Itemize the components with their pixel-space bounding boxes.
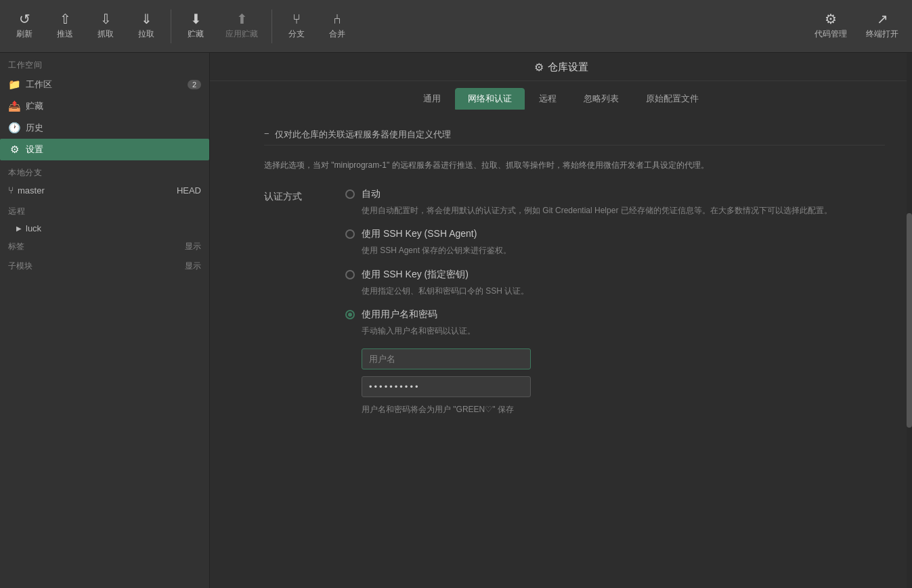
repo-settings-gear-icon: ⚙ [534,61,544,74]
main-area: 工作空间 📁 工作区 2 📤 贮藏 🕐 历史 ⚙ 设置 本地分支 ⑂ maste… [0,53,912,588]
push-label: 推送 [57,28,73,40]
branch-head-tag: HEAD [177,185,201,196]
apply-stash-button[interactable]: ⬆ 应用贮藏 [217,5,266,47]
submodules-title: 子模块 [8,261,32,272]
remote-arrow-icon: ▶ [16,225,22,232]
stash-sidebar-label: 贮藏 [26,100,201,112]
tab-raw-config[interactable]: 原始配置文件 [633,88,712,110]
radio-ssh-agent-label: 使用 SSH Key (SSH Agent) [362,228,477,240]
submodules-show-link[interactable]: 显示 [185,261,201,272]
refresh-icon: ↺ [19,12,30,26]
fetch-icon: ⇩ [100,12,112,26]
radio-auto-row: 自动 [345,188,885,200]
radio-ssh-agent-row: 使用 SSH Key (SSH Agent) [345,228,885,240]
radio-ssh-key[interactable] [345,270,355,279]
branch-button[interactable]: ⑂ 分支 [278,5,316,47]
code-manage-icon: ⚙ [825,12,837,26]
radio-ssh-key-row: 使用 SSH Key (指定密钥) [345,269,885,281]
password-input[interactable] [362,376,531,397]
sidebar: 工作空间 📁 工作区 2 📤 贮藏 🕐 历史 ⚙ 设置 本地分支 ⑂ maste… [0,53,210,588]
proxy-section-desc: 选择此选项，当对 "miniprogram-1" 的远程服务器进行推送、拉取、抓… [264,159,885,172]
merge-label: 合并 [329,28,345,40]
auth-section: 认证方式 自动 使用自动配置时，将会使用默认的认证方式，例如 Git Crede… [264,188,885,415]
stash-icon: ⬇ [190,12,202,26]
code-manage-label: 代码管理 [815,28,847,40]
radio-username-password[interactable] [345,310,355,319]
fetch-button[interactable]: ⇩ 抓取 [87,5,125,47]
terminal-icon: ↗ [877,12,888,26]
tags-subsection: 标签 显示 [0,237,209,256]
branch-label: 分支 [288,28,305,40]
push-button[interactable]: ⇧ 推送 [46,5,84,47]
settings-label: 设置 [26,143,201,156]
content-header: ⚙ 仓库设置 [210,53,912,81]
sidebar-item-stash[interactable]: 📤 贮藏 [0,95,209,117]
refresh-button[interactable]: ↺ 刷新 [5,5,43,47]
scrollbar-track[interactable] [907,53,912,588]
toolbar-right: ⚙ 代码管理 ↗ 终端打开 [806,5,907,47]
tab-ignore[interactable]: 忽略列表 [571,88,632,110]
toolbar-left: ↺ 刷新 ⇧ 推送 ⇩ 抓取 ⇓ 拉取 ⬇ 贮藏 ⬆ 应用贮藏 ⑂ 分支 [5,5,806,47]
pull-button[interactable]: ⇓ 拉取 [127,5,165,47]
ssh-agent-desc: 使用 SSH Agent 保存的公钥来进行鉴权。 [362,244,885,257]
settings-icon: ⚙ [8,143,20,156]
content-area: ⚙ 仓库设置 通用 网络和认证 远程 忽略列表 原始配置文件 − 仅对此仓库的关… [210,53,912,588]
tags-show-link[interactable]: 显示 [185,241,201,252]
tab-remote[interactable]: 远程 [526,88,569,110]
tabs-bar: 通用 网络和认证 远程 忽略列表 原始配置文件 [210,81,912,110]
radio-auto[interactable] [345,189,355,199]
auth-label: 认证方式 [264,188,318,203]
fetch-label: 抓取 [97,28,114,40]
toolbar: ↺ 刷新 ⇧ 推送 ⇩ 抓取 ⇓ 拉取 ⬇ 贮藏 ⬆ 应用贮藏 ⑂ 分支 [0,0,912,53]
apply-stash-icon: ⬆ [236,12,248,26]
auto-desc: 使用自动配置时，将会使用默认的认证方式，例如 Git Credential He… [362,204,885,217]
tab-network[interactable]: 网络和认证 [455,88,525,110]
terminal-label: 终端打开 [866,28,898,40]
settings-content: − 仅对此仓库的关联远程服务器使用自定义代理 选择此选项，当对 "minipro… [210,110,912,588]
tags-title: 标签 [8,241,24,252]
remote-section-title: 远程 [0,199,209,220]
radio-username-password-row: 使用用户名和密码 [345,309,885,321]
radio-auto-label: 自动 [362,188,381,200]
code-manage-button[interactable]: ⚙ 代码管理 [806,5,855,47]
sidebar-item-history[interactable]: 🕐 历史 [0,117,209,139]
branch-sidebar-icon: ⑂ [8,185,14,196]
stash-button[interactable]: ⬇ 贮藏 [177,5,215,47]
apply-stash-label: 应用贮藏 [225,28,258,40]
sidebar-item-settings[interactable]: ⚙ 设置 [0,139,209,160]
stash-sidebar-icon: 📤 [8,100,20,112]
scrollbar-thumb[interactable] [907,213,912,427]
merge-button[interactable]: ⑃ 合并 [318,5,356,47]
tab-general[interactable]: 通用 [410,88,454,110]
terminal-button[interactable]: ↗ 终端打开 [858,5,907,47]
refresh-label: 刷新 [16,28,32,40]
username-input[interactable] [362,348,531,369]
save-note: 用户名和密码将会为用户 "GREEN♡" 保存 [362,404,885,415]
pull-icon: ⇓ [141,12,152,26]
branch-icon: ⑂ [292,12,301,26]
sidebar-branch-master[interactable]: ⑂ master HEAD [0,181,209,199]
proxy-section-header: − 仅对此仓库的关联远程服务器使用自定义代理 [264,123,885,145]
auth-options: 自动 使用自动配置时，将会使用默认的认证方式，例如 Git Credential… [345,188,885,415]
workspace-label: 工作区 [26,78,188,91]
remote-item-luck[interactable]: ▶ luck [0,220,209,237]
local-branch-section-title: 本地分支 [0,160,209,181]
stash-label: 贮藏 [188,28,204,40]
radio-ssh-key-label: 使用 SSH Key (指定密钥) [362,269,469,281]
proxy-header-text: 仅对此仓库的关联远程服务器使用自定义代理 [275,129,451,141]
workspace-section-title: 工作空间 [0,53,209,74]
collapse-icon: − [264,129,269,139]
workspace-badge: 2 [188,80,201,89]
radio-username-password-label: 使用用户名和密码 [362,309,437,321]
ssh-key-desc: 使用指定公钥、私钥和密码口令的 SSH 认证。 [362,285,885,298]
toolbar-separator-2 [272,9,272,43]
branch-name: master [18,185,45,196]
toolbar-separator-1 [171,9,171,43]
remote-name: luck [26,223,41,233]
radio-ssh-agent[interactable] [345,229,355,239]
pull-label: 拉取 [138,28,154,40]
history-icon: 🕐 [8,122,20,134]
repo-settings-title: 仓库设置 [548,61,588,74]
push-icon: ⇧ [60,12,71,26]
sidebar-item-workspace[interactable]: 📁 工作区 2 [0,74,209,95]
